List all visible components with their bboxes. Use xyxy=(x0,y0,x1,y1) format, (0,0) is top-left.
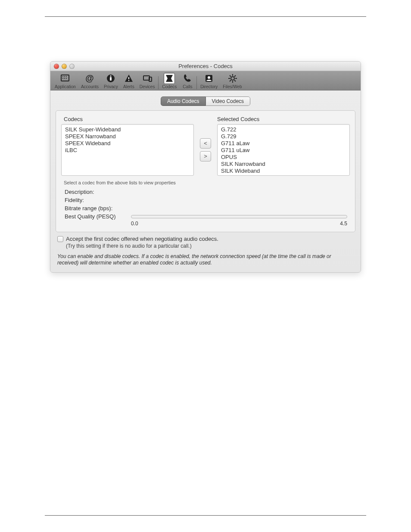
toolbar-accounts[interactable]: @ Accounts xyxy=(78,73,101,89)
svg-point-5 xyxy=(64,78,65,79)
window-title: Preferences - Codecs xyxy=(50,63,361,69)
move-right-button[interactable]: > xyxy=(200,151,211,162)
codecs-panel: Codecs SILK Super-Wideband SPEEX Narrowb… xyxy=(56,110,355,232)
accept-first-codec-hint: (Try this setting if there is no audio f… xyxy=(66,243,354,249)
svg-line-24 xyxy=(230,80,231,81)
quality-bar xyxy=(131,215,347,218)
svg-point-4 xyxy=(62,78,63,79)
titlebar: Preferences - Codecs xyxy=(50,62,361,71)
toolbar-calls[interactable]: Calls xyxy=(179,73,196,89)
selected-codecs-label: Selected Codecs xyxy=(217,116,350,122)
svg-point-1 xyxy=(62,76,63,77)
tab-video-codecs[interactable]: Video Codecs xyxy=(206,96,251,106)
toolbar-alerts[interactable]: Alerts xyxy=(121,73,137,89)
svg-line-25 xyxy=(234,75,236,77)
list-item[interactable]: G.722 xyxy=(221,126,346,133)
svg-rect-9 xyxy=(110,77,112,81)
svg-line-22 xyxy=(230,75,231,77)
footer-options: Accept the first codec offered when nego… xyxy=(57,236,354,266)
toolbar-devices[interactable]: Devices xyxy=(137,73,158,89)
toolbar-application[interactable]: Application xyxy=(52,73,78,89)
footer-divider xyxy=(45,515,366,516)
accept-first-codec-label: Accept the first codec offered when nego… xyxy=(66,236,218,242)
gear-icon xyxy=(227,73,238,84)
accounts-icon: @ xyxy=(84,73,95,84)
codecs-icon xyxy=(164,73,175,84)
svg-point-16 xyxy=(208,76,210,79)
toolbar-directory[interactable]: Directory xyxy=(198,73,220,89)
tab-audio-codecs[interactable]: Audio Codecs xyxy=(161,96,206,106)
quality-scale-max: 4.5 xyxy=(340,221,347,227)
fidelity-label: Fidelity: xyxy=(65,197,129,203)
list-item[interactable]: SPEEX Narrowband xyxy=(65,133,190,140)
privacy-icon xyxy=(105,73,116,84)
list-item[interactable]: SILK Super-Wideband xyxy=(65,126,190,133)
quality-label: Best Quality (PESQ) xyxy=(65,213,129,220)
toolbar-divider-2 xyxy=(196,76,197,89)
svg-point-17 xyxy=(231,77,234,80)
accept-first-codec-checkbox[interactable] xyxy=(57,236,63,242)
preferences-window: Preferences - Codecs Application @ Accou… xyxy=(50,61,361,273)
description-label: Description: xyxy=(65,189,129,195)
available-codecs-label: Codecs xyxy=(64,116,194,122)
toolbar-privacy[interactable]: Privacy xyxy=(101,73,121,89)
svg-rect-12 xyxy=(128,80,129,81)
application-icon xyxy=(59,73,71,84)
available-codecs-list[interactable]: SILK Super-Wideband SPEEX Narrowband SPE… xyxy=(61,124,194,176)
move-left-button[interactable]: < xyxy=(200,138,211,149)
content-area: Audio Codecs Video Codecs Codecs SILK Su… xyxy=(50,90,361,272)
svg-line-23 xyxy=(234,80,236,81)
svg-rect-13 xyxy=(143,76,149,80)
list-item[interactable]: iLBC xyxy=(65,147,190,154)
list-item[interactable]: SILK Narrowband xyxy=(221,161,346,168)
header-divider xyxy=(45,16,366,17)
list-item[interactable]: G711 aLaw xyxy=(221,140,346,147)
svg-rect-14 xyxy=(149,77,152,81)
svg-point-10 xyxy=(110,75,112,77)
toolbar-divider xyxy=(158,76,159,89)
svg-rect-11 xyxy=(128,77,129,79)
toolbar-codecs[interactable]: Codecs xyxy=(159,73,179,89)
list-item[interactable]: G711 uLaw xyxy=(221,147,346,154)
list-item[interactable]: SPEEX Wideband xyxy=(65,140,190,147)
svg-point-6 xyxy=(66,78,67,79)
list-item[interactable]: SILK Wideband xyxy=(221,168,346,174)
codec-properties: Select a codec from the above lists to v… xyxy=(61,180,350,227)
selected-codecs-list[interactable]: G.722 G.729 G711 aLaw G711 uLaw OPUS SIL… xyxy=(217,124,350,176)
svg-point-2 xyxy=(64,76,65,77)
toolbar-files-web[interactable]: Files/Web xyxy=(220,73,244,89)
codec-note: You can enable and disable codecs. If a … xyxy=(57,253,354,266)
list-item[interactable]: OPUS xyxy=(221,154,346,161)
directory-icon xyxy=(203,73,215,84)
svg-rect-0 xyxy=(61,75,69,81)
properties-hint: Select a codec from the above lists to v… xyxy=(64,180,350,185)
list-item[interactable]: G.729 xyxy=(221,133,346,140)
alerts-icon xyxy=(123,73,134,84)
codec-tabs: Audio Codecs Video Codecs xyxy=(53,96,358,106)
bitrate-label: Bitrate range (bps): xyxy=(65,205,129,212)
preferences-toolbar: Application @ Accounts Privacy Alerts De… xyxy=(50,71,361,90)
devices-icon xyxy=(142,73,153,84)
svg-text:@: @ xyxy=(86,73,94,83)
calls-icon xyxy=(182,73,193,84)
quality-scale-min: 0.0 xyxy=(131,221,138,227)
svg-point-3 xyxy=(66,76,67,77)
